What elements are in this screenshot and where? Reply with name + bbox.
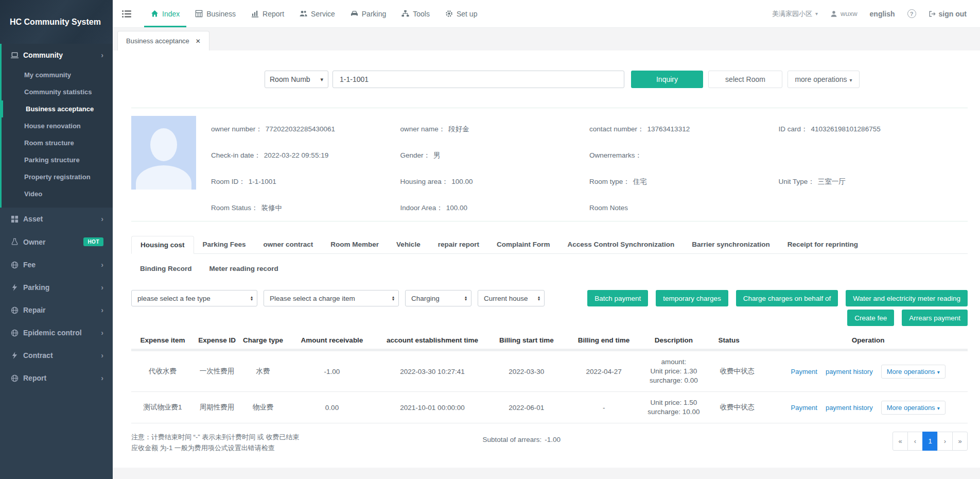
charging-value: Charging [411,295,461,302]
sidebar-group-owner: Owner HOT [0,230,113,253]
payment-link[interactable]: Payment [791,404,817,412]
nav-item-setup[interactable]: Set up [437,0,485,27]
community-selector[interactable]: 美满家园小区 ▾ [772,9,818,19]
arrears-payment-button[interactable]: Arrears payment [902,310,968,326]
nav-item-index[interactable]: Index [143,0,187,27]
language-toggle[interactable]: english [870,10,895,18]
note-line: 应收金额 为-1 一般为费用项公式设置出错请检查 [131,442,483,453]
tab-repair-report[interactable]: repair report [429,236,488,253]
nav-item-parking[interactable]: Parking [343,0,394,27]
search-type-select[interactable]: Room Numb ▾ [265,71,328,88]
sidebar-item-parking[interactable]: Parking › [0,276,113,299]
sidebar-item-repair[interactable]: Repair › [0,299,113,321]
sidebar-item-room-structure[interactable]: Room structure [2,134,113,151]
sidebar-item-fee[interactable]: Fee › [0,253,113,276]
tab-room-member[interactable]: Room Member [322,236,388,253]
tab-complaint-form[interactable]: Complaint Form [488,236,559,253]
tab-parking-fees[interactable]: Parking Fees [194,236,255,253]
payment-link[interactable]: Payment [791,368,817,375]
nav-item-tools[interactable]: Tools [394,0,437,27]
note-line: 注意：计费结束时间 “-” 表示未到计费时间 或 收费已结束 [131,432,483,442]
tab-receipt-reprinting[interactable]: Receipt for reprinting [779,236,867,253]
charging-select[interactable]: Charging ▴▾ [405,290,471,306]
payment-history-link[interactable]: payment history [826,368,873,375]
tab-vehicle[interactable]: Vehicle [388,236,429,253]
sidebar-item-epidemic-control[interactable]: Epidemic control › [0,321,113,344]
avatar-silhouette-body [136,165,191,190]
username: wuxw [841,10,857,18]
tab-access-control-sync[interactable]: Access Control Synchronization [558,236,683,253]
tab-meter-reading-record[interactable]: Meter reading record [201,260,287,277]
sidebar-item-property-registration[interactable]: Property registration [2,168,113,185]
owner-field: Check-in date：2022-03-22 09:55:19 [211,151,400,160]
create-fee-button[interactable]: Create fee [847,310,894,326]
sidebar-item-community[interactable]: Community › [2,44,113,66]
sidebar-item-business-acceptance[interactable]: Business acceptance [2,100,113,117]
charge-item-select[interactable]: Please select a charge item ▴▾ [264,290,399,306]
tab-business-acceptance[interactable]: Business acceptance ✕ [117,31,209,50]
sign-out-button[interactable]: sign out [929,10,967,18]
user-menu[interactable]: wuxw [830,10,857,18]
sidebar: HC Community System Community › My commu… [0,0,113,479]
sidebar-item-house-renovation[interactable]: House renovation [2,117,113,134]
charge-on-behalf-button[interactable]: Charge charges on behalf of [736,290,838,306]
page-1-button[interactable]: 1 [922,432,938,451]
page-prev-button[interactable]: ‹ [907,432,923,451]
field-label: owner name： [400,125,446,133]
sidebar-item-community-statistics[interactable]: Community statistics [2,83,113,100]
sidebar-item-video[interactable]: Video [2,185,113,202]
meter-reading-button[interactable]: Water and electricity meter reading [846,290,968,306]
sidebar-item-owner[interactable]: Owner HOT [0,230,113,253]
cell-bill-end: - [566,392,641,423]
tab-owner-contract[interactable]: owner contract [255,236,322,253]
col-status: Status [706,331,768,350]
main-nav: Index Business Report Service Parking To… [143,0,485,27]
nav-item-service[interactable]: Service [292,0,343,27]
chevron-right-icon: › [101,261,103,269]
row-more-operations-dropdown[interactable]: More operations▾ [881,401,946,415]
nav-item-report[interactable]: Report [243,0,292,27]
chevron-right-icon: › [101,283,103,292]
nav-label: Business [206,10,236,18]
cell-expense-item: 测试物业费1 [131,392,194,423]
tab-housing-cost[interactable]: Housing cost [131,236,194,254]
navbar-right: 美满家园小区 ▾ wuxw english ? sign out [772,0,980,27]
search-type-value: Room Numb [270,75,318,83]
help-icon[interactable]: ? [907,9,916,18]
row-more-operations-dropdown[interactable]: More operations▾ [881,365,946,379]
temporary-charges-button[interactable]: temporary charges [656,290,728,306]
house-select[interactable]: Current house ▴▾ [478,290,545,306]
batch-payment-button[interactable]: Batch payment [587,290,648,306]
sidebar-item-report[interactable]: Report › [0,367,113,389]
sidebar-item-parking-structure[interactable]: Parking structure [2,151,113,168]
menu-toggle-icon[interactable] [122,0,132,27]
payment-history-link[interactable]: payment history [826,404,873,412]
inquiry-button[interactable]: Inquiry [631,71,703,88]
field-label: contact number： [589,125,644,133]
sidebar-item-asset[interactable]: Asset › [0,208,113,230]
more-operations-label: more operations [795,75,847,83]
field-value: 410326198101286755 [811,125,881,133]
community-selector-label: 美满家园小区 [772,9,812,19]
sort-arrows-icon: ▴▾ [392,296,394,301]
select-room-button[interactable]: select Room [708,71,782,88]
sitemap-icon [401,10,409,18]
sidebar-item-my-community[interactable]: My community [2,66,113,83]
globe-icon [11,329,19,337]
sign-out-label: sign out [939,10,967,18]
search-input[interactable] [332,71,624,88]
chevron-right-icon: › [101,374,103,382]
page-first-button[interactable]: « [892,432,908,451]
nav-item-business[interactable]: Business [187,0,243,27]
grid-icon [11,215,19,223]
more-operations-dropdown[interactable]: more operations▾ [787,71,860,88]
sidebar-item-contract[interactable]: Contract › [0,344,113,367]
page-last-button[interactable]: » [952,432,968,451]
close-icon[interactable]: ✕ [196,38,201,45]
fee-table: Expense item Expense ID Charge type Amou… [131,331,968,423]
chevron-right-icon: › [101,329,103,337]
page-next-button[interactable]: › [937,432,953,451]
tab-barrier-sync[interactable]: Barrier synchronization [683,236,779,253]
tab-binding-record[interactable]: Binding Record [131,260,201,277]
fee-type-select[interactable]: please select a fee type ▴▾ [131,290,257,306]
